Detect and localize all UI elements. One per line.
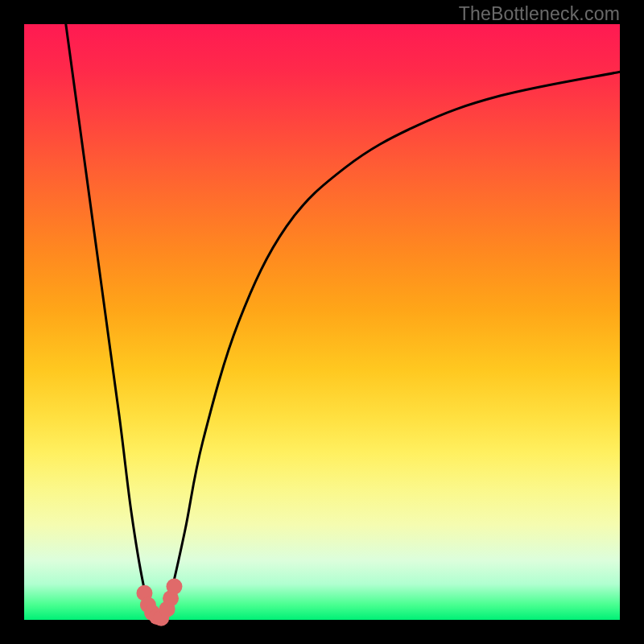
watermark-label: TheBottleneck.com [459, 3, 620, 25]
curve-left-branch [66, 24, 161, 620]
outer-frame: TheBottleneck.com [0, 0, 644, 644]
curve-right-branch [161, 72, 620, 620]
chart-svg [24, 24, 620, 620]
highlight-marker-group [136, 579, 182, 626]
highlight-marker [166, 579, 182, 595]
